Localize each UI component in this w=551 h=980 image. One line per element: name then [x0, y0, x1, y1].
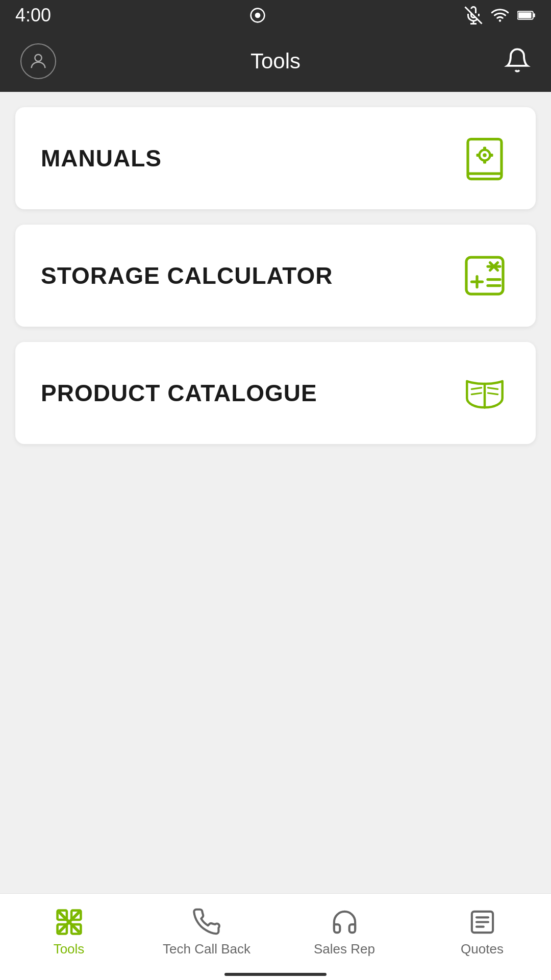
svg-point-9 [35, 55, 41, 61]
svg-line-29 [488, 388, 497, 389]
svg-point-1 [255, 13, 261, 18]
main-content: MANUALS STORAGE CALCULATOR [0, 92, 551, 893]
product-catalogue-label: PRODUCT CATALOGUE [41, 379, 317, 407]
phone-nav-icon [191, 906, 222, 937]
svg-rect-15 [483, 161, 486, 164]
svg-rect-17 [477, 154, 480, 157]
status-icons [464, 6, 536, 24]
profile-button[interactable] [20, 43, 56, 79]
bottom-nav: Tools Tech Call Back Sales Rep [0, 893, 551, 980]
notification-button[interactable] [504, 47, 531, 76]
nav-tech-call-back-label: Tech Call Back [163, 941, 251, 957]
wifi-icon [491, 6, 509, 24]
bell-icon [504, 47, 531, 74]
status-bar: 4:00 [0, 0, 551, 31]
quotes-nav-icon [467, 906, 497, 937]
headset-status-icon [249, 7, 266, 23]
svg-line-28 [471, 393, 481, 395]
product-catalogue-card[interactable]: PRODUCT CATALOGUE [15, 342, 536, 444]
nav-tools[interactable]: Tools [0, 906, 138, 957]
app-bar-title: Tools [251, 49, 300, 74]
catalogue-icon [459, 368, 510, 419]
status-time: 4:00 [15, 5, 51, 26]
svg-line-30 [488, 393, 497, 395]
svg-line-27 [471, 388, 481, 389]
app-bar: Tools [0, 31, 551, 92]
svg-rect-8 [533, 13, 535, 17]
svg-rect-16 [490, 154, 493, 157]
nav-sales-rep-label: Sales Rep [314, 941, 375, 957]
tools-nav-icon [54, 906, 84, 937]
profile-icon [28, 51, 48, 71]
manuals-label: MANUALS [41, 144, 162, 172]
nav-tools-label: Tools [54, 941, 85, 957]
manuals-icon [459, 133, 510, 184]
mute-icon [464, 6, 483, 24]
calculator-icon [459, 250, 510, 301]
nav-quotes-label: Quotes [461, 941, 504, 957]
battery-icon [517, 10, 536, 20]
nav-tech-call-back[interactable]: Tech Call Back [138, 906, 276, 957]
storage-calculator-card[interactable]: STORAGE CALCULATOR [15, 225, 536, 327]
svg-rect-14 [483, 147, 486, 150]
headset-nav-icon [329, 906, 360, 937]
manuals-card[interactable]: MANUALS [15, 107, 536, 209]
svg-point-13 [483, 153, 487, 157]
svg-point-5 [499, 19, 502, 22]
nav-quotes[interactable]: Quotes [413, 906, 551, 957]
home-indicator [224, 973, 327, 976]
nav-sales-rep[interactable]: Sales Rep [276, 906, 413, 957]
svg-rect-7 [518, 12, 532, 18]
storage-calculator-label: STORAGE CALCULATOR [41, 262, 333, 289]
